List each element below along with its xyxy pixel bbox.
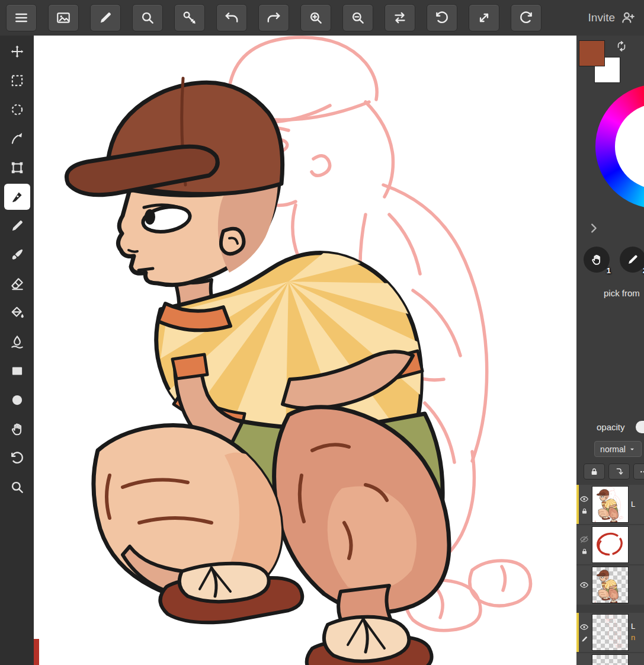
shape-circle-icon <box>9 392 25 408</box>
tool-shape-circle[interactable] <box>4 387 30 413</box>
transform-icon <box>9 160 25 175</box>
layers-panel: L <box>576 485 644 665</box>
invite-button[interactable]: Invite <box>588 10 644 25</box>
key-button[interactable] <box>174 4 205 31</box>
eye-icon[interactable] <box>579 622 589 632</box>
layer-buttons <box>584 463 644 479</box>
pen-icon <box>9 189 25 204</box>
merge-down-button[interactable] <box>608 463 630 479</box>
color-wheel[interactable] <box>595 84 644 209</box>
zoom-out-button[interactable] <box>342 4 373 31</box>
edit-pencil-icon[interactable] <box>581 635 588 643</box>
layer-label: L <box>631 621 635 632</box>
tool-smudge[interactable] <box>4 329 30 355</box>
top-toolbar: Invite <box>0 0 644 36</box>
tool-marquee-rect[interactable] <box>4 68 30 94</box>
undo-icon <box>224 10 239 25</box>
merge-down-icon <box>614 467 624 477</box>
layer-more-button[interactable] <box>633 463 644 479</box>
layer-row-1[interactable]: L <box>576 485 644 524</box>
layer-selected-strip <box>576 613 579 652</box>
rotate-cw-button[interactable] <box>511 4 542 31</box>
user-slot-1[interactable]: 1 <box>584 247 610 273</box>
fill-bucket-icon <box>9 305 25 321</box>
undo-button[interactable] <box>216 4 247 31</box>
swap-colors-icon[interactable] <box>616 40 627 52</box>
search-button[interactable] <box>132 4 163 31</box>
tool-rotate-canvas[interactable] <box>4 445 30 471</box>
more-dots-icon <box>639 467 644 477</box>
eye-icon[interactable] <box>579 580 589 590</box>
pencil-icon <box>9 218 25 234</box>
layer-thumbnail[interactable] <box>592 526 629 563</box>
lock-icon <box>589 467 599 477</box>
right-panel: 1 2 pick from opacity normal L <box>576 36 644 665</box>
menu-button[interactable] <box>6 4 37 31</box>
blend-mode-dropdown[interactable]: normal <box>594 441 642 457</box>
tool-move[interactable] <box>4 39 30 65</box>
image-button[interactable] <box>48 4 79 31</box>
tool-sidebar <box>0 36 34 665</box>
lock-layer-button[interactable] <box>584 463 605 479</box>
pencil-icon <box>626 253 639 266</box>
redo-button[interactable] <box>258 4 289 31</box>
tool-brush[interactable] <box>4 242 30 268</box>
image-icon <box>56 10 71 25</box>
layer-thumbnail[interactable] <box>592 614 629 651</box>
swap-horizontal-icon <box>392 10 408 25</box>
rotate-ccw-icon <box>434 10 450 25</box>
layer-thumbnail[interactable] <box>592 486 629 523</box>
eye-icon[interactable] <box>579 494 589 504</box>
lock-icon[interactable] <box>581 548 588 555</box>
canvas-artwork <box>34 36 576 665</box>
marquee-ellipse-icon <box>9 102 25 117</box>
primary-color-swatch[interactable] <box>579 40 605 66</box>
resize-icon <box>476 10 492 25</box>
lock-icon[interactable] <box>581 507 588 515</box>
tool-lasso[interactable] <box>4 126 30 152</box>
rotate-canvas-icon <box>9 450 25 466</box>
tool-marquee-ellipse[interactable] <box>4 97 30 123</box>
rotate-ccw-button[interactable] <box>427 4 457 31</box>
zoom-out-icon <box>350 10 366 25</box>
swap-horizontal-button[interactable] <box>385 4 415 31</box>
tool-fill[interactable] <box>4 300 30 326</box>
tool-pen[interactable] <box>4 184 30 210</box>
layer-blend-label: n <box>631 632 635 644</box>
brush-icon <box>9 247 25 263</box>
pencil-icon <box>98 10 113 25</box>
user-slot-2[interactable]: 2 <box>620 247 644 273</box>
layer-row-3[interactable] <box>576 565 644 605</box>
search-icon <box>140 10 155 25</box>
layer-thumbnail[interactable] <box>592 654 629 665</box>
chevron-right-icon[interactable] <box>587 222 600 235</box>
layer-selected-strip <box>576 485 579 524</box>
tool-transform[interactable] <box>4 155 30 181</box>
tool-shape-rect[interactable] <box>4 358 30 384</box>
eraser-icon <box>9 276 25 292</box>
layer-row-4[interactable]: L n <box>576 613 644 652</box>
resize-button[interactable] <box>469 4 499 31</box>
marquee-rect-icon <box>9 73 25 88</box>
zoom-in-button[interactable] <box>300 4 331 31</box>
blend-mode-value: normal <box>600 445 626 454</box>
smudge-icon <box>9 334 25 350</box>
shape-rect-icon <box>9 363 25 379</box>
opacity-label: opacity <box>597 422 625 432</box>
opacity-slider[interactable] <box>636 421 644 433</box>
tool-hand[interactable] <box>4 416 30 442</box>
redo-icon <box>266 10 281 25</box>
rotate-cw-icon <box>518 10 534 25</box>
key-icon <box>182 10 197 25</box>
layer-row-5[interactable] <box>576 653 644 665</box>
tool-zoom[interactable] <box>4 474 30 500</box>
tool-pencil[interactable] <box>4 213 30 239</box>
layer-row-2[interactable] <box>576 525 644 564</box>
eye-off-icon[interactable] <box>579 535 589 544</box>
canvas[interactable] <box>34 36 576 665</box>
caret-down-icon <box>629 446 636 453</box>
move-icon <box>9 44 25 59</box>
tool-eraser[interactable] <box>4 271 30 297</box>
pencil-button[interactable] <box>90 4 121 31</box>
layer-thumbnail[interactable] <box>592 567 629 603</box>
